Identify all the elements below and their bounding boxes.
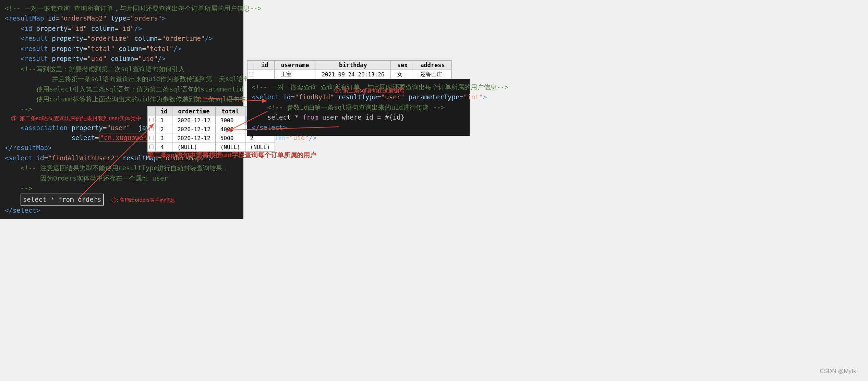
svg-line-2 <box>195 98 267 101</box>
watermark-text: CSDN @MyIk] <box>820 368 858 374</box>
svg-line-0 <box>79 123 154 198</box>
svg-line-3 <box>226 127 339 130</box>
main-container: <!-- 一对一嵌套查询 查询所有订单，与此同时还要查询出每个订单所属的用户信息… <box>0 0 868 381</box>
watermark: CSDN @MyIk] <box>820 368 858 375</box>
arrows-layer <box>0 0 868 381</box>
